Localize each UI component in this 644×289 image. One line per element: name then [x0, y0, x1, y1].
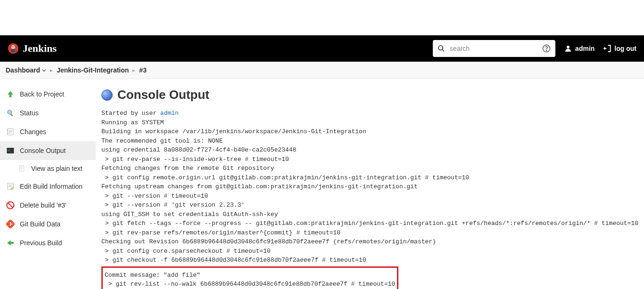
- logout-label: log out: [614, 45, 636, 52]
- jenkins-logo-icon: [8, 43, 19, 54]
- user-link[interactable]: admin: [564, 44, 594, 53]
- git-icon: [6, 219, 15, 229]
- sidebar-item-label: Status: [20, 109, 39, 117]
- breadcrumb-item-project[interactable]: Jenkins-Git-Integration: [57, 66, 129, 74]
- svg-point-18: [7, 134, 8, 135]
- sidebar-item-label: Previous Build: [20, 239, 62, 247]
- sidebar-item-back[interactable]: Back to Project: [0, 85, 96, 104]
- arrow-left-icon: [6, 238, 15, 248]
- page-title-row: Console Output: [101, 88, 638, 102]
- sidebar-item-label: Edit Build Information: [20, 183, 83, 190]
- breadcrumb-item-build[interactable]: #3: [139, 66, 147, 74]
- content-area: Back to Project Status Changes >_ Consol…: [0, 79, 644, 289]
- svg-point-8: [546, 50, 547, 51]
- arrow-up-icon: [6, 89, 15, 99]
- svg-point-10: [8, 110, 12, 114]
- sidebar: Back to Project Status Changes >_ Consol…: [0, 79, 96, 289]
- sidebar-item-delete[interactable]: Delete build '#3': [0, 196, 96, 215]
- search-icon: [438, 45, 445, 52]
- svg-point-5: [438, 46, 443, 50]
- user-name: admin: [575, 45, 594, 52]
- sidebar-item-label: Delete build '#3': [20, 201, 66, 209]
- svg-text:>_: >_: [8, 148, 13, 153]
- top-bar: Jenkins admin log out: [0, 35, 644, 62]
- console-line-started: Started by user admin: [101, 110, 179, 117]
- sidebar-item-git-data[interactable]: Git Build Data: [0, 215, 96, 233]
- terminal-icon: >_: [6, 146, 15, 155]
- svg-line-6: [442, 49, 444, 51]
- notepad-edit-icon: [6, 182, 15, 191]
- document-icon: [17, 164, 26, 173]
- no-entry-icon: [6, 201, 15, 210]
- breadcrumb-item-dashboard[interactable]: Dashboard: [6, 66, 46, 74]
- svg-point-3: [12, 47, 13, 48]
- started-by-user-link[interactable]: admin: [160, 110, 179, 117]
- sidebar-item-label: Changes: [20, 128, 46, 136]
- search-box: [433, 40, 555, 57]
- brand-area[interactable]: Jenkins: [8, 42, 57, 55]
- svg-point-4: [14, 47, 15, 48]
- svg-line-29: [8, 203, 13, 208]
- logout-icon: [603, 44, 611, 53]
- brand-name: Jenkins: [23, 42, 57, 55]
- console-output: Started by user admin Running as SYSTEM …: [101, 109, 638, 289]
- sidebar-item-status[interactable]: Status: [0, 104, 96, 122]
- logout-link[interactable]: log out: [603, 44, 636, 53]
- svg-point-16: [7, 129, 8, 130]
- console-highlight-box: Commit message: "add file" > git rev-lis…: [101, 266, 398, 289]
- build-status-ball-icon: [101, 89, 113, 101]
- help-icon[interactable]: [542, 44, 551, 53]
- magnifier-icon: [6, 108, 15, 118]
- svg-rect-2: [11, 49, 15, 52]
- breadcrumb-separator: ▸: [132, 67, 135, 73]
- page-title: Console Output: [117, 88, 209, 102]
- breadcrumb: Dashboard ▸ Jenkins-Git-Integration ▸ #3: [0, 62, 644, 79]
- user-icon: [564, 44, 572, 53]
- sidebar-item-view-plain[interactable]: View as plain text: [0, 160, 96, 177]
- sidebar-item-label: Git Build Data: [20, 220, 60, 228]
- sidebar-item-console[interactable]: >_ Console Output: [0, 141, 96, 160]
- console-lines-highlight: Commit message: "add file" > git rev-lis…: [105, 272, 395, 289]
- sidebar-item-label: Back to Project: [20, 90, 64, 98]
- breadcrumb-separator: ▸: [50, 67, 53, 73]
- sidebar-item-edit-info[interactable]: Edit Build Information: [0, 177, 96, 196]
- sidebar-item-changes[interactable]: Changes: [0, 122, 96, 141]
- svg-point-9: [567, 46, 570, 48]
- sidebar-item-label: Console Output: [20, 147, 66, 154]
- svg-point-17: [7, 131, 8, 132]
- sidebar-item-label: View as plain text: [31, 165, 83, 172]
- sidebar-item-prev[interactable]: Previous Build: [0, 233, 96, 252]
- chevron-down-icon: [42, 68, 46, 72]
- svg-rect-11: [10, 114, 13, 117]
- search-input[interactable]: [433, 40, 555, 57]
- notepad-icon: [6, 127, 15, 136]
- main-panel: Console Output Started by user admin Run…: [96, 79, 644, 289]
- console-lines-before: Running as SYSTEM Building in workspace …: [101, 119, 638, 264]
- svg-point-1: [11, 45, 15, 49]
